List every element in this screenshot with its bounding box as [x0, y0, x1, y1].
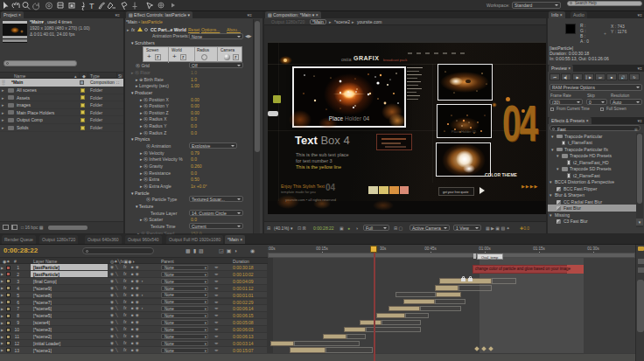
svg-text:T: T [89, 2, 94, 10]
